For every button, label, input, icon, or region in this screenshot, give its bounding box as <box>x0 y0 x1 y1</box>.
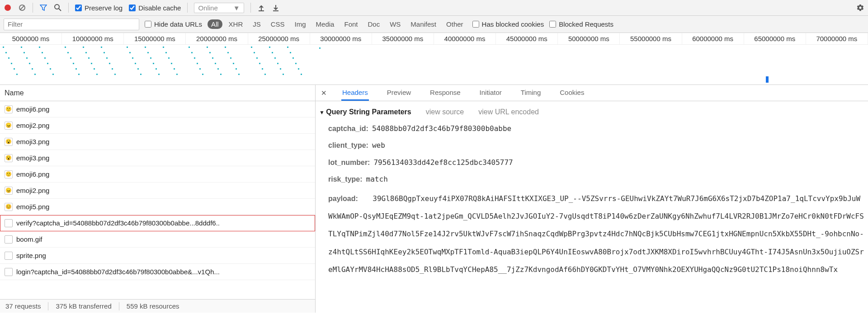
record-button[interactable] <box>4 4 12 12</box>
query-params-list: captcha_id:54088bb07d2df3c46b79f80300b0a… <box>319 122 864 185</box>
query-string-section-header[interactable]: Query String Parameters view source view… <box>319 106 864 118</box>
tab-timing[interactable]: Timing <box>520 85 542 100</box>
type-pill-js[interactable]: JS <box>249 19 264 29</box>
tab-headers[interactable]: Headers <box>341 85 369 101</box>
waterfall-dot <box>215 63 216 64</box>
close-icon[interactable]: ✕ <box>319 89 329 97</box>
file-icon <box>5 268 13 276</box>
hide-data-urls-checkbox[interactable]: Hide data URLs <box>145 20 202 28</box>
param-row: client_type:web <box>328 139 864 151</box>
waterfall-dot <box>70 57 71 59</box>
request-name: emoji6.png <box>16 170 49 178</box>
blocked-requests-checkbox[interactable]: Blocked Requests <box>549 20 613 28</box>
has-blocked-cookies-label: Has blocked cookies <box>482 20 544 28</box>
type-pill-font[interactable]: Font <box>340 19 361 29</box>
waterfall-dot <box>94 68 95 70</box>
file-icon: 😊 <box>5 203 13 211</box>
request-row[interactable]: 😊emoji5.png <box>0 199 315 215</box>
type-pill-xhr[interactable]: XHR <box>225 19 247 29</box>
name-column-header[interactable]: Name <box>0 85 315 101</box>
request-row[interactable]: 😮emoji3.png <box>0 134 315 150</box>
waterfall-dot <box>132 57 133 59</box>
search-icon[interactable] <box>54 4 62 12</box>
preserve-log-label: Preserve log <box>85 4 123 12</box>
type-pill-doc[interactable]: Doc <box>364 19 383 29</box>
waterfall-dot <box>262 68 263 70</box>
waterfall-dot <box>21 47 22 48</box>
waterfall-dot <box>230 57 231 59</box>
request-row[interactable]: 🙂emoji6.png <box>0 101 315 117</box>
timeline-tick: 10000000 ms <box>62 33 124 44</box>
toolbar-divider <box>250 3 251 13</box>
waterfall-dot <box>26 57 28 59</box>
waterfall-dot <box>209 52 211 53</box>
timeline-overview[interactable]: 5000000 ms10000000 ms15000000 ms20000000… <box>0 33 868 85</box>
waterfall-dot <box>163 47 164 48</box>
waterfall-dot <box>106 57 108 59</box>
tab-initiator[interactable]: Initiator <box>479 85 503 100</box>
blocked-requests-input[interactable] <box>549 21 556 28</box>
waterfall-dot <box>145 47 146 48</box>
request-row[interactable]: login?captcha_id=54088bb07d2df3c46b79f80… <box>0 264 315 280</box>
has-blocked-cookies-input[interactable] <box>472 21 479 28</box>
request-row[interactable]: verify?captcha_id=54088bb07d2df3c46b79f8… <box>0 215 315 231</box>
waterfall-dot <box>212 57 213 59</box>
timeline-tick: 20000000 ms <box>186 33 248 44</box>
type-pill-all[interactable]: All <box>208 19 222 29</box>
request-row[interactable]: sprite.png <box>0 248 315 264</box>
waterfall-dot <box>290 52 291 53</box>
timeline-tick: 15000000 ms <box>124 33 186 44</box>
clear-button[interactable] <box>18 4 26 12</box>
param-value: 7956134033dd42ef8cc125dbc3405777 <box>373 156 513 169</box>
tab-cookies[interactable]: Cookies <box>559 85 585 100</box>
waterfall-dot <box>280 68 281 70</box>
waterfall-dot <box>171 63 172 64</box>
request-row[interactable]: 🙂emoji6.png <box>0 166 315 183</box>
settings-icon[interactable] <box>856 4 864 12</box>
waterfall-dot <box>83 47 84 48</box>
type-pill-other[interactable]: Other <box>443 19 467 29</box>
view-url-encoded-link[interactable]: view URL encoded <box>478 106 539 118</box>
preserve-log-input[interactable] <box>75 5 82 11</box>
request-row[interactable]: 😠emoji2.png <box>0 117 315 134</box>
type-pill-media[interactable]: Media <box>312 19 338 29</box>
tab-response[interactable]: Response <box>429 85 462 100</box>
upload-icon[interactable] <box>257 4 265 12</box>
waterfall-dot <box>44 57 46 59</box>
preserve-log-checkbox[interactable]: Preserve log <box>75 4 123 12</box>
waterfall-dot <box>251 47 252 48</box>
tab-preview[interactable]: Preview <box>386 85 412 100</box>
filter-icon[interactable] <box>39 4 47 12</box>
request-name: emoji2.png <box>16 187 49 194</box>
request-name: emoji3.png <box>16 138 49 145</box>
request-list[interactable]: 🙂emoji6.png😠emoji2.png😮emoji3.png😮emoji3… <box>0 101 315 299</box>
waterfall-dot <box>292 57 294 59</box>
waterfall-dot <box>3 47 4 48</box>
filter-input[interactable] <box>4 19 139 30</box>
request-row[interactable]: 😮emoji3.png <box>0 150 315 166</box>
disable-cache-input[interactable] <box>129 5 136 11</box>
timeline-tick: 45000000 ms <box>496 33 558 44</box>
type-pill-img[interactable]: Img <box>291 19 310 29</box>
waterfall-dot <box>96 74 98 75</box>
request-name: verify?captcha_id=54088bb07d2df3c46b79f8… <box>16 219 220 227</box>
param-key: client_type: <box>328 139 368 151</box>
disable-cache-checkbox[interactable]: Disable cache <box>129 4 181 12</box>
request-row[interactable]: 😠emoji2.png <box>0 183 315 199</box>
download-icon[interactable] <box>272 4 280 12</box>
hide-data-urls-input[interactable] <box>145 21 151 28</box>
has-blocked-cookies-checkbox[interactable]: Has blocked cookies <box>472 20 544 28</box>
waterfall-dot <box>298 68 299 70</box>
toolbar-divider <box>33 3 33 13</box>
type-pill-css[interactable]: CSS <box>267 19 288 29</box>
waterfall-dot <box>158 74 160 75</box>
type-pill-ws[interactable]: WS <box>386 19 404 29</box>
waterfall-dot <box>174 68 175 70</box>
throttling-select[interactable]: Online ▼ <box>194 3 244 13</box>
request-row[interactable]: boom.gif <box>0 231 315 248</box>
view-source-link[interactable]: view source <box>426 106 464 118</box>
request-table: Name 🙂emoji6.png😠emoji2.png😮emoji3.png😮e… <box>0 85 316 313</box>
type-pill-manifest[interactable]: Manifest <box>407 19 440 29</box>
timeline-tick: 55000000 ms <box>620 33 682 44</box>
waterfall-dot <box>194 57 195 59</box>
